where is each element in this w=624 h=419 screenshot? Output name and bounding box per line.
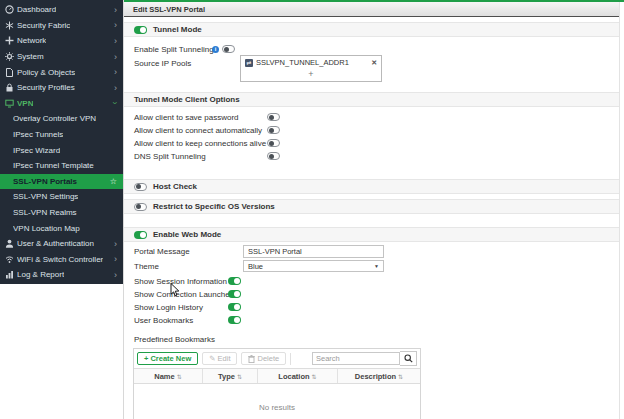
search-input[interactable] [312, 352, 400, 365]
empty-table-message: No results [134, 384, 420, 412]
sidebar-item-label: IPsec Tunnel Template [13, 161, 94, 170]
save-password-toggle[interactable] [267, 113, 280, 121]
create-new-label: Create New [150, 354, 191, 363]
create-new-button[interactable]: + Create New [137, 352, 198, 365]
tunnel-mode-toggle[interactable] [134, 26, 147, 34]
sidebar-item-ssl-vpn-settings[interactable]: SSL-VPN Settings [0, 189, 123, 205]
web-toggle-row: Show Login History [124, 301, 624, 313]
search-button[interactable] [400, 351, 417, 366]
sidebar-item-label: Policy & Objects [17, 68, 75, 77]
column-header-location[interactable]: Location⇅ [258, 369, 338, 383]
policy-objects-icon [4, 68, 15, 77]
web-toggle-row: Show Connection Launcher [124, 288, 624, 300]
sidebar-item-system[interactable]: System › [0, 49, 123, 65]
sidebar-item-overlay-controller-vpn[interactable]: Overlay Controller VPN [0, 111, 123, 127]
show-login-history-toggle[interactable] [228, 303, 241, 311]
chevron-right-icon: › [114, 255, 119, 263]
sidebar-item-label: SSL-VPN Settings [13, 192, 78, 201]
sidebar-item-security-profiles[interactable]: Security Profiles › [0, 80, 123, 96]
sidebar-item-label: Security Fabric [17, 21, 70, 30]
host-check-toggle[interactable] [134, 183, 147, 191]
chevron-right-icon: › [114, 21, 119, 29]
sidebar-item-vpn-location-map[interactable]: VPN Location Map [0, 220, 123, 236]
split-tunneling-toggle[interactable] [222, 45, 235, 53]
scrollbar-track[interactable] [619, 2, 624, 419]
sidebar-item-label: System [17, 52, 44, 61]
sidebar-item-ipsec-tunnels[interactable]: IPsec Tunnels [0, 127, 123, 143]
column-header-description[interactable]: Description⇅ [338, 369, 420, 383]
delete-button[interactable]: Delete [241, 352, 286, 365]
predefined-bookmarks-label: Predefined Bookmarks [134, 335, 215, 344]
connect-automatically-toggle[interactable] [267, 126, 280, 134]
section-tunnel-mode-client-options: Tunnel Mode Client Options [124, 92, 624, 107]
sidebar-item-dashboard[interactable]: Dashboard › [0, 2, 123, 18]
web-toggle-label: Show Connection Launcher [134, 290, 232, 299]
show-connection-launcher-toggle[interactable] [228, 290, 241, 298]
chevron-right-icon: › [114, 240, 119, 248]
bookmarks-table-header: Name⇅ Type⇅ Location⇅ Description⇅ [134, 368, 420, 384]
sidebar-item-vpn[interactable]: VPN › [0, 96, 123, 112]
sidebar-item-label: IPsec Wizard [13, 146, 60, 155]
sort-icon: ⇅ [398, 373, 403, 380]
sidebar-item-label: Security Profiles [17, 83, 75, 92]
client-option-label: DNS Split Tunneling [134, 152, 206, 161]
wifi-icon [4, 255, 15, 264]
chevron-right-icon: › [114, 271, 119, 279]
sidebar-item-user-authentication[interactable]: User & Authentication › [0, 236, 123, 252]
user-bookmarks-toggle[interactable] [228, 316, 241, 324]
sidebar-item-label: User & Authentication [17, 239, 94, 248]
add-pool-entry-button[interactable]: + [241, 69, 381, 80]
split-tunneling-label: Enable Split Tunneling [134, 45, 214, 54]
sidebar-item-label: VPN Location Map [13, 224, 80, 233]
bar-chart-icon [4, 270, 15, 279]
web-mode-toggle[interactable] [134, 231, 147, 239]
edit-label: Edit [218, 354, 231, 363]
search-group [312, 351, 417, 366]
sidebar-item-label: IPsec Tunnels [13, 130, 63, 139]
restrict-os-toggle[interactable] [134, 203, 147, 211]
bookmarks-table: + Create New ✎ Edit Delete [133, 348, 421, 419]
sidebar-item-label: Overlay Controller VPN [13, 114, 96, 123]
column-header-type[interactable]: Type⇅ [203, 369, 258, 383]
section-restrict-os: Restrict to Specific OS Versions [124, 199, 624, 214]
search-icon [404, 354, 413, 363]
pool-entry-chip[interactable]: ⇄ SSLVPN_TUNNEL_ADDR1 ✕ [241, 56, 381, 69]
sidebar-item-wifi-switch-controller[interactable]: WiFi & Switch Controller › [0, 252, 123, 268]
remove-entry-icon[interactable]: ✕ [371, 59, 377, 67]
show-session-info-toggle[interactable] [228, 277, 241, 285]
web-toggle-row: Show Session Information [124, 275, 624, 287]
address-object-icon: ⇄ [245, 59, 253, 67]
edit-button[interactable]: ✎ Edit [202, 352, 237, 365]
source-ip-pools-label: Source IP Pools [134, 59, 191, 68]
dns-split-tunneling-toggle[interactable] [267, 152, 280, 160]
sidebar-item-label: Dashboard [17, 5, 56, 14]
info-icon[interactable]: i [212, 46, 219, 53]
sidebar-item-ssl-vpn-portals[interactable]: SSL-VPN Portals ☆ [0, 174, 123, 190]
section-label: Restrict to Specific OS Versions [153, 202, 275, 211]
column-header-name[interactable]: Name⇅ [134, 369, 203, 383]
section-label: Host Check [153, 182, 197, 191]
system-gear-icon [4, 52, 15, 61]
portal-message-label: Portal Message [134, 247, 190, 256]
portal-message-input[interactable] [243, 245, 384, 258]
favorite-star-icon[interactable]: ☆ [110, 177, 119, 186]
sidebar-item-network[interactable]: Network › [0, 33, 123, 49]
section-enable-web-mode: Enable Web Mode [124, 227, 624, 242]
sidebar-item-log-report[interactable]: Log & Report › [0, 267, 123, 283]
section-host-check: Host Check [124, 179, 624, 194]
sidebar-item-security-fabric[interactable]: Security Fabric › [0, 18, 123, 34]
client-option-label: Allow client to connect automatically [134, 126, 262, 135]
split-tunneling-row: Enable Split Tunneling i [124, 43, 624, 55]
theme-select[interactable]: Blue ▼ [243, 260, 384, 272]
chevron-right-icon: › [114, 37, 119, 45]
sidebar-item-label: Network [17, 36, 46, 45]
sidebar-item-ipsec-tunnel-template[interactable]: IPsec Tunnel Template [0, 158, 123, 174]
keep-connections-alive-toggle[interactable] [267, 139, 280, 147]
sidebar-item-ssl-vpn-realms[interactable]: SSL-VPN Realms [0, 205, 123, 221]
client-option-row: Allow client to connect automatically [124, 124, 624, 136]
fortigate-ui: Dashboard › Security Fabric › Network › … [0, 0, 624, 419]
sidebar-item-ipsec-wizard[interactable]: IPsec Wizard [0, 142, 123, 158]
sidebar-item-policy-objects[interactable]: Policy & Objects › [0, 64, 123, 80]
source-ip-pools-field[interactable]: ⇄ SSLVPN_TUNNEL_ADDR1 ✕ + [240, 55, 382, 82]
sidebar-item-label: Log & Report [17, 270, 64, 279]
